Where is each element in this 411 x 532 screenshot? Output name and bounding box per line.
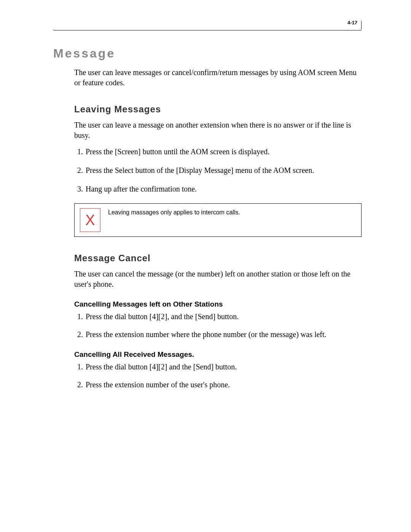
list-item: Press the Select button of the [Display … [85,165,362,176]
header-rule: 4-17 [53,22,362,30]
heading-message-cancel: Message Cancel [74,253,362,264]
heading-cancel-other: Cancelling Messages left on Other Statio… [74,300,362,308]
list-item: Press the extension number where the pho… [85,329,362,340]
heading-leaving-messages: Leaving Messages [74,104,362,115]
leaving-steps-list: Press the [Screen] button until the AOM … [74,147,362,194]
intro-paragraph: The user can leave messages or cancel/co… [74,67,362,88]
note-box: X Leaving massages only applies to inter… [74,203,362,237]
list-item: Press the [Screen] button until the AOM … [85,147,362,157]
heading-cancel-received: Cancelling All Received Messages. [74,350,362,359]
note-icon-frame: X [80,208,100,232]
cancel-received-steps-list: Press the dial button [4][2] and the [Se… [74,362,362,390]
document-page: 4-17 Message The user can leave messages… [0,0,411,420]
list-item: Press the dial button [4][2] and the [Se… [85,362,362,372]
cancel-other-steps-list: Press the dial button [4][2], and the [S… [74,312,362,340]
list-item: Hang up after the confirmation tone. [85,184,362,194]
note-text: Leaving massages only applies to interco… [108,209,240,216]
cancel-para: The user can cancel the message (or the … [74,269,362,289]
list-item: Press the dial button [4][2], and the [S… [85,312,362,322]
leaving-para: The user can leave a message on another … [74,120,362,141]
x-icon: X [85,213,95,227]
page-number: 4-17 [347,21,362,29]
list-item: Press the extension number of the user's… [85,380,362,390]
heading-message: Message [53,46,362,61]
